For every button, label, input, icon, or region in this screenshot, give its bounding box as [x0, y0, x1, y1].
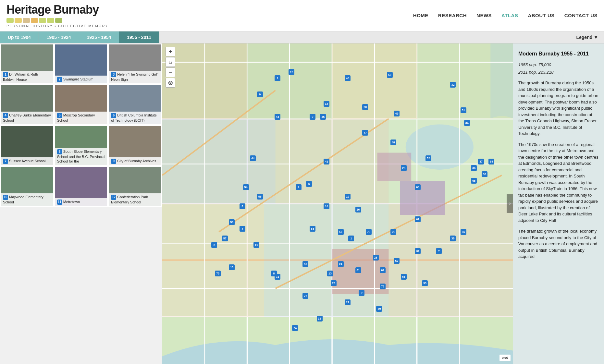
- map-marker-26[interactable]: 6: [306, 181, 312, 187]
- image-item-2[interactable]: 2Swangard Stadium: [54, 43, 108, 84]
- map-marker-10[interactable]: 43: [275, 114, 280, 120]
- map-expand-chevron[interactable]: ›: [507, 194, 513, 213]
- map-marker-66[interactable]: 27: [345, 299, 351, 305]
- map-marker-68[interactable]: 15: [317, 316, 323, 322]
- map-marker-60[interactable]: 33: [422, 280, 428, 286]
- map-marker-36[interactable]: 4: [240, 226, 245, 232]
- map-marker-1[interactable]: 12: [289, 69, 294, 75]
- map-marker-13[interactable]: 47: [362, 130, 368, 136]
- map-marker-6[interactable]: 9: [257, 91, 263, 97]
- image-item-1[interactable]: 1Dr. William & Ruth Baldwin House: [0, 43, 54, 84]
- map-marker-0[interactable]: 2: [275, 75, 280, 81]
- map-marker-61[interactable]: 66: [461, 229, 466, 235]
- map-marker-34[interactable]: 62: [415, 216, 421, 222]
- map-marker-67[interactable]: 39: [376, 306, 382, 312]
- map-marker-50[interactable]: 59: [302, 261, 308, 267]
- map-marker-29[interactable]: 19: [345, 194, 351, 200]
- home-button[interactable]: ⌂: [166, 57, 175, 67]
- image-item-4[interactable]: 4Chaffey-Burke Elementary School: [0, 84, 54, 125]
- map-marker-45[interactable]: 31: [415, 248, 421, 254]
- map-marker-62[interactable]: 75: [331, 280, 337, 286]
- map-marker-65[interactable]: 77: [302, 293, 308, 299]
- map-marker-3[interactable]: 50: [387, 72, 393, 78]
- map-marker-35[interactable]: 56: [229, 219, 235, 225]
- tab-3[interactable]: 1955 - 2011: [119, 31, 159, 43]
- zoom-in-button[interactable]: +: [166, 47, 175, 56]
- map-marker-15[interactable]: 34: [464, 120, 470, 126]
- map-marker-41[interactable]: 35: [450, 236, 456, 241]
- map-marker-19[interactable]: 36: [471, 165, 477, 171]
- map-marker-11[interactable]: 45: [320, 114, 326, 120]
- image-item-7[interactable]: 7Sussex Avenue School: [0, 125, 54, 166]
- map-marker-30[interactable]: 55: [257, 194, 263, 200]
- map-marker-25[interactable]: 63: [415, 184, 421, 190]
- map-marker-58[interactable]: 69: [380, 267, 386, 273]
- map-marker-51[interactable]: 24: [338, 261, 344, 267]
- map-marker-24[interactable]: 25: [401, 165, 407, 171]
- map-marker-52[interactable]: 10: [229, 264, 235, 270]
- image-item-9[interactable]: 9City of Burnaby Archives: [108, 125, 162, 166]
- image-item-3[interactable]: 3Helen "The Swinging Girl" Neon Sign: [108, 43, 162, 84]
- image-item-11[interactable]: 11Metrotown: [54, 166, 108, 207]
- map-marker-43[interactable]: 2: [211, 242, 217, 248]
- map-marker-17[interactable]: 37: [478, 159, 484, 164]
- map-marker-7[interactable]: 18: [324, 101, 329, 107]
- nav-item-contact-us[interactable]: CONTACT US: [564, 13, 598, 18]
- map-marker-46[interactable]: 28: [373, 255, 379, 261]
- map-marker-9[interactable]: 49: [394, 111, 400, 116]
- map-marker-49[interactable]: 57: [394, 258, 400, 264]
- map-marker-8[interactable]: 20: [362, 104, 368, 110]
- map-marker-12[interactable]: ?: [310, 114, 315, 120]
- tab-1[interactable]: 1905 - 1924: [39, 31, 79, 43]
- map-marker-23[interactable]: 41: [324, 159, 329, 164]
- map-marker-56[interactable]: 13: [327, 271, 333, 276]
- map-marker-4[interactable]: 32: [450, 82, 456, 88]
- tab-2[interactable]: 1925 - 1954: [79, 31, 119, 43]
- map-marker-20[interactable]: 38: [482, 171, 487, 177]
- map-marker-55[interactable]: 73: [215, 271, 221, 276]
- image-item-6[interactable]: 6British Columbia Institute of Technolog…: [108, 84, 162, 125]
- nav-item-research[interactable]: RESEARCH: [438, 13, 467, 18]
- svg-rect-31: [400, 181, 445, 215]
- map-marker-38[interactable]: 50: [338, 229, 344, 235]
- map-marker-27[interactable]: 2: [296, 184, 302, 190]
- map-marker-57[interactable]: 61: [355, 267, 361, 273]
- map-marker-18[interactable]: 64: [488, 159, 494, 164]
- map-marker-69[interactable]: 74: [292, 325, 298, 331]
- nav-item-about-us[interactable]: ABOUT US: [528, 13, 554, 18]
- image-item-12[interactable]: 12Confederation Park Elementary School: [108, 166, 162, 207]
- locate-button[interactable]: ◎: [166, 78, 175, 88]
- map-marker-2[interactable]: 46: [345, 75, 351, 81]
- nav-item-home[interactable]: HOME: [413, 13, 428, 18]
- map-marker-32[interactable]: 14: [324, 203, 329, 209]
- map-marker-59[interactable]: 68: [401, 274, 407, 280]
- nav-item-news[interactable]: NEWS: [476, 13, 492, 18]
- legend-button[interactable]: Legend ▼: [570, 32, 604, 42]
- map-area[interactable]: +⌂−◎ 2124650325191820494345?474834523764…: [162, 43, 513, 364]
- tab-0[interactable]: Up to 1904: [0, 31, 39, 43]
- map-marker-16[interactable]: 52: [425, 155, 431, 161]
- zoom-out-button[interactable]: −: [166, 67, 175, 77]
- map-marker-64[interactable]: ?: [359, 290, 364, 296]
- nav-item-atlas[interactable]: ATLAS: [501, 13, 518, 18]
- image-item-8[interactable]: 8South Slope Elementary School and the B…: [54, 125, 108, 166]
- map-marker-42[interactable]: 57: [222, 236, 228, 241]
- map-marker-63[interactable]: 76: [380, 284, 386, 289]
- map-marker-39[interactable]: 70: [366, 229, 372, 235]
- map-marker-37[interactable]: 58: [310, 226, 315, 232]
- map-marker-22[interactable]: 44: [250, 155, 256, 161]
- map-marker-33[interactable]: 26: [355, 207, 361, 212]
- map-marker-14[interactable]: 48: [390, 140, 396, 145]
- map-marker-54[interactable]: 72: [275, 274, 280, 280]
- map-marker-48[interactable]: ?: [436, 248, 442, 254]
- map-marker-31[interactable]: 5: [240, 203, 245, 209]
- map-marker-47[interactable]: 1: [348, 236, 354, 241]
- map-marker-5[interactable]: 51: [461, 107, 466, 113]
- map-marker-44[interactable]: 11: [253, 242, 259, 248]
- svg-rect-18: [388, 203, 513, 317]
- map-marker-21[interactable]: 65: [471, 178, 477, 184]
- map-marker-40[interactable]: 71: [390, 229, 396, 235]
- image-item-10[interactable]: 10Maywood Elementary School: [0, 166, 54, 207]
- image-item-5[interactable]: 5Moscrop Secondary School: [54, 84, 108, 125]
- map-marker-28[interactable]: 54: [243, 184, 249, 190]
